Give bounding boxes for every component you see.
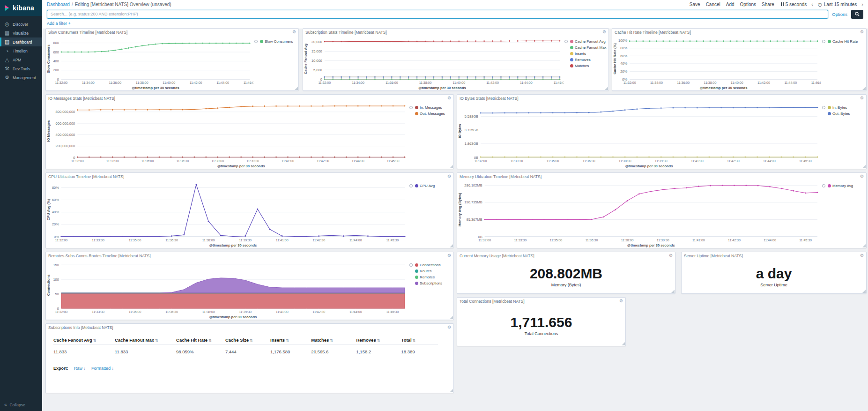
sidebar-collapse-button[interactable]: « Collapse — [0, 402, 42, 407]
panel-header[interactable]: Total Connections [Metricbeat NATS] ⚙ — [457, 298, 625, 305]
io-bytes-chart[interactable]: 0B1.863GB3.725GB5.588GB11:32:0011:33:301… — [457, 102, 821, 169]
slow-consumers-chart[interactable]: 020040060080011:32:0011:34:0011:36:0011:… — [46, 36, 253, 90]
refresh-interval-button[interactable]: 5 seconds — [786, 2, 807, 7]
export-formatted-link[interactable]: Formatted ↓ — [91, 366, 114, 371]
panel-resize-handle[interactable] — [605, 87, 608, 90]
table-header[interactable]: Total⇅ — [401, 336, 438, 345]
table-header[interactable]: Matches⇅ — [311, 336, 356, 345]
gear-icon[interactable]: ⚙ — [860, 254, 864, 258]
time-forward-chevron-icon[interactable]: › — [861, 1, 863, 7]
legend-toggle-icon[interactable] — [254, 40, 258, 43]
cancel-button[interactable]: Cancel — [706, 2, 720, 7]
legend-toggle-icon[interactable] — [822, 40, 825, 43]
legend-item[interactable]: Cache Fanout Avg — [570, 39, 607, 44]
time-range-button[interactable]: Last 15 minutes — [824, 2, 857, 7]
table-header[interactable]: Cache Hit Rate⇅ — [176, 336, 225, 345]
legend-toggle-icon[interactable] — [822, 184, 825, 187]
search-button[interactable] — [851, 10, 863, 19]
subscription-stats-chart[interactable]: 05,00010,00015,00020,00011:32:0011:34:00… — [303, 36, 564, 90]
gear-icon[interactable]: ⚙ — [860, 96, 864, 100]
cache-hit-rate-chart[interactable]: 0%20%40%60%80%100%11:32:0011:34:0011:36:… — [612, 36, 821, 90]
legend-toggle-icon[interactable] — [822, 106, 825, 109]
legend-item[interactable]: Memory Avg — [828, 184, 864, 188]
table-header[interactable]: Removes⇅ — [356, 336, 401, 345]
sidebar-item-visualize[interactable]: ▦ Visualize — [0, 29, 42, 37]
save-button[interactable]: Save — [690, 2, 700, 7]
legend-item[interactable]: CPU Avg — [415, 184, 452, 188]
panel-resize-handle[interactable] — [862, 165, 866, 168]
gear-icon[interactable]: ⚙ — [447, 325, 451, 329]
time-back-chevron-icon[interactable]: ‹ — [811, 1, 813, 7]
legend-item[interactable]: Matches — [570, 64, 607, 68]
memory-utilization-chart[interactable]: 0B95.367MB190.735MB286.102MB11:32:0011:3… — [457, 180, 821, 248]
search-options-link[interactable]: Options — [832, 12, 847, 17]
panel-header[interactable]: Subscriptions Info [Metricbeat NATS] ⚙ — [46, 324, 453, 331]
add-filter-button[interactable]: Add a filter + — [47, 21, 71, 26]
legend-item[interactable]: Removes — [570, 58, 607, 62]
sidebar-item-timelion[interactable]: ◔ Timelion — [0, 46, 42, 55]
gear-icon[interactable]: ⚙ — [860, 174, 864, 179]
legend-item[interactable]: Slow Consumers — [260, 39, 297, 44]
legend-toggle-icon[interactable] — [409, 106, 413, 109]
table-header[interactable]: Inserts⇅ — [270, 336, 311, 345]
legend-item[interactable]: Cache Fanout Max — [570, 45, 607, 50]
panel-header[interactable]: Current Memory Usage [Metricbeat NATS] ⚙ — [457, 252, 675, 259]
legend-item[interactable]: Cache Hit Rate — [828, 39, 864, 44]
table-header[interactable]: Cache Fanout Avg⇅ — [53, 336, 115, 345]
sidebar-item-discover[interactable]: ◎ Discover — [0, 20, 42, 29]
share-button[interactable]: Share — [762, 2, 774, 7]
panel-header[interactable]: Subscription Stats Timeline [Metricbeat … — [303, 29, 608, 36]
breadcrumb[interactable]: Dashboard — [47, 2, 70, 7]
panel-resize-handle[interactable] — [450, 165, 453, 168]
legend-toggle-icon[interactable] — [564, 40, 568, 43]
legend-item[interactable]: Out. Bytes — [828, 112, 864, 116]
panel-header[interactable]: Server Uptime [Metricbeat NATS] ⚙ — [682, 252, 866, 259]
gear-icon[interactable]: ⚙ — [669, 254, 673, 258]
legend-item[interactable]: Routes — [415, 269, 452, 273]
panel-resize-handle[interactable] — [450, 389, 453, 392]
panel-resize-handle[interactable] — [862, 244, 866, 247]
export-raw-link[interactable]: Raw ↓ — [74, 366, 86, 371]
sidebar-item-apm[interactable]: △ APM — [0, 55, 42, 64]
remotes-subs-conns-routes-chart[interactable]: 05010015011:32:0011:33:3011:35:0011:36:3… — [46, 259, 408, 320]
cpu-utilization-chart[interactable]: 0%20%40%60%80%11:32:0011:33:3011:35:0011… — [46, 180, 408, 248]
panel-header[interactable]: Remotes-Subs-Conns-Routes Timeline [Metr… — [46, 252, 453, 259]
legend-toggle-icon[interactable] — [409, 184, 413, 187]
legend-item[interactable]: Connections — [415, 263, 452, 267]
panel-header[interactable]: Cache Hit Rate Timeline [Metricbeat NATS… — [612, 29, 866, 36]
io-messages-chart[interactable]: 0200,000,000400,000,000600,000,000800,00… — [46, 102, 408, 169]
gear-icon[interactable]: ⚙ — [447, 96, 451, 100]
gear-icon[interactable]: ⚙ — [860, 30, 864, 34]
panel-resize-handle[interactable] — [862, 290, 866, 293]
legend-item[interactable]: In. Bytes — [828, 105, 864, 110]
gear-icon[interactable]: ⚙ — [602, 30, 606, 34]
add-button[interactable]: Add — [726, 2, 734, 7]
kibana-logo[interactable]: kibana — [0, 0, 42, 16]
sidebar-item-dev-tools[interactable]: ⚒ Dev Tools — [0, 64, 42, 73]
sidebar-item-management[interactable]: ⚙ Management — [0, 73, 42, 82]
panel-resize-handle[interactable] — [295, 87, 298, 90]
panel-resize-handle[interactable] — [862, 87, 866, 90]
options-button[interactable]: Options — [740, 2, 756, 7]
panel-resize-handle[interactable] — [450, 316, 453, 319]
panel-resize-handle[interactable] — [671, 290, 675, 293]
gear-icon[interactable]: ⚙ — [292, 30, 296, 34]
legend-item[interactable]: Out. Messages — [415, 112, 452, 116]
panel-header[interactable]: Memory Utilization Timeline [Metricbeat … — [457, 173, 866, 180]
panel-header[interactable]: IO Bytes Stats [Metricbeat NATS] ⚙ — [457, 95, 866, 102]
gear-icon[interactable]: ⚙ — [447, 254, 451, 258]
search-input[interactable] — [47, 10, 828, 19]
legend-item[interactable]: In. Messages — [415, 105, 452, 110]
legend-item[interactable]: Remotes — [415, 275, 452, 279]
panel-resize-handle[interactable] — [622, 342, 625, 345]
gear-icon[interactable]: ⚙ — [619, 299, 623, 303]
panel-resize-handle[interactable] — [450, 244, 453, 247]
table-header[interactable]: Cache Size⇅ — [225, 336, 270, 345]
legend-item[interactable]: Subscriptions — [415, 281, 452, 285]
legend-item[interactable]: Inserts — [570, 52, 607, 56]
sidebar-item-dashboard[interactable]: ▤ Dashboard — [0, 37, 42, 46]
panel-header[interactable]: Slow Consumers Timeline [Metricbeat NATS… — [46, 29, 298, 36]
gear-icon[interactable]: ⚙ — [447, 174, 451, 179]
legend-toggle-icon[interactable] — [409, 263, 413, 267]
table-header[interactable]: Cache Fanout Max⇅ — [115, 336, 176, 345]
